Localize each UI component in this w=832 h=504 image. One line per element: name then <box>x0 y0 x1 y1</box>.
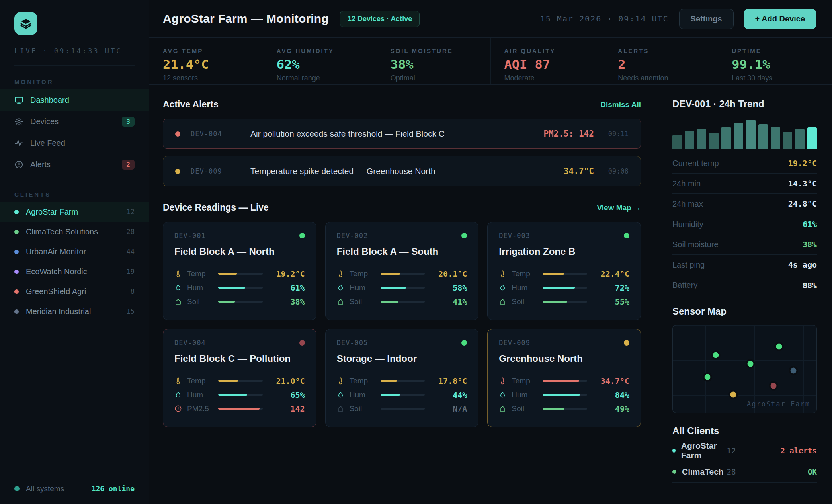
sidebar-item-label: Live Feed <box>30 139 65 148</box>
soil-icon <box>499 298 506 305</box>
device-card-dev-005[interactable]: DEV-005Storage — IndoorTemp17.8°CHum44%S… <box>325 329 479 427</box>
sidebar-client-urbanair-monitor[interactable]: UrbanAir Monitor44 <box>0 242 149 262</box>
device-card-dev-004[interactable]: DEV-004Field Block C — PollutionTemp21.0… <box>163 329 316 427</box>
all-clients-row[interactable]: ClimaTech28OK <box>672 461 817 483</box>
device-card-dev-003[interactable]: DEV-003Irrigation Zone BTemp22.4°CHum72%… <box>487 222 641 320</box>
sidebar: LIVE · 09:14:33 UTC MONITOR DashboardDev… <box>0 0 149 504</box>
all-clients-name-text: ClimaTech <box>682 467 724 477</box>
device-name: Greenhouse North <box>499 353 629 364</box>
reading-value: 20.1°C <box>432 269 467 279</box>
sensor-map-dot[interactable] <box>747 361 753 367</box>
dismiss-all-link[interactable]: Dismiss All <box>600 100 641 109</box>
sidebar-item-badge: 2 <box>122 160 135 170</box>
add-device-button[interactable]: + Add Device <box>744 9 816 29</box>
all-clients-status: OK <box>763 467 817 476</box>
sidebar-item-label: Dashboard <box>30 96 69 105</box>
sensor-map-dot[interactable] <box>730 391 736 397</box>
sidebar-client-climatech-solutions[interactable]: ClimaTech Solutions28 <box>0 222 149 242</box>
sensor-map-dot[interactable] <box>776 343 782 349</box>
stat-label: ALERTS <box>618 47 718 54</box>
system-status-dot <box>14 486 20 491</box>
trend-stat-label: Humidity <box>672 220 703 229</box>
reading-bar-track <box>381 287 425 289</box>
trend-bar <box>685 131 694 149</box>
trend-bar <box>734 123 743 149</box>
stat-value: 2 <box>618 57 718 72</box>
reading-label: Temp <box>187 377 216 385</box>
device-card-dev-009[interactable]: DEV-009Greenhouse NorthTemp34.7°CHum84%S… <box>487 329 641 427</box>
stat-label: AVG TEMP <box>163 47 263 54</box>
all-clients-list: AgroStar Farm122 alertsClimaTech28OK <box>672 440 817 483</box>
device-id: DEV-003 <box>499 232 530 240</box>
reading-value: 58% <box>432 283 467 293</box>
reading-value: 55% <box>594 297 629 307</box>
reading-bar-track <box>381 380 425 382</box>
soil-icon <box>337 298 344 305</box>
client-status-dot <box>14 309 19 314</box>
reading-label: Hum <box>187 283 216 292</box>
sidebar-item-devices[interactable]: Devices3 <box>0 111 149 132</box>
alert-list: DEV-004Air pollution exceeds safe thresh… <box>163 119 641 186</box>
sensor-map-dot[interactable] <box>704 374 710 380</box>
sensor-map-dot[interactable] <box>791 368 797 374</box>
alert-circle-icon <box>174 405 182 412</box>
reading-label: Soil <box>512 297 540 306</box>
sidebar-item-alerts[interactable]: Alerts2 <box>0 154 149 175</box>
device-card-header: DEV-002 <box>337 232 467 240</box>
trend-stat-row: Battery88% <box>672 275 817 295</box>
device-card-dev-001[interactable]: DEV-001Field Block A — NorthTemp19.2°CHu… <box>163 222 316 320</box>
client-name: UrbanAir Monitor <box>26 247 86 256</box>
reading-row-hum: Hum44% <box>337 388 467 402</box>
reading-bar-track <box>218 301 263 303</box>
device-grid: DEV-001Field Block A — NorthTemp19.2°CHu… <box>163 222 641 427</box>
reading-bar-fill <box>543 301 567 303</box>
trend-stat-value: 4s ago <box>788 260 817 270</box>
device-readings-title: Device Readings — Live <box>163 202 269 213</box>
sidebar-item-dashboard[interactable]: Dashboard <box>0 89 149 111</box>
stat-cell-soil-moisture: SOIL MOISTURE38%Optimal <box>377 38 491 84</box>
reading-row-hum: Hum61% <box>174 281 305 295</box>
main-area: AgroStar Farm — Monitoring 12 Devices · … <box>149 0 832 504</box>
live-clock: LIVE · 09:14:33 UTC <box>14 47 135 55</box>
stat-sub: Needs attention <box>618 74 718 82</box>
sidebar-client-ecowatch-nordic[interactable]: EcoWatch Nordic19 <box>0 262 149 281</box>
client-name: AgroStar Farm <box>26 207 78 217</box>
thermometer-icon <box>174 270 182 277</box>
alert-row[interactable]: DEV-004Air pollution exceeds safe thresh… <box>163 119 641 149</box>
reading-label: Temp <box>350 270 378 278</box>
reading-row-temp: Temp19.2°C <box>174 267 305 281</box>
app-logo[interactable] <box>14 12 37 35</box>
stat-cell-avg-temp: AVG TEMP21.4°C12 sensors <box>149 38 263 84</box>
sensor-map-dot[interactable] <box>713 352 719 358</box>
all-clients-row[interactable]: AgroStar Farm122 alerts <box>672 440 817 461</box>
settings-button[interactable]: Settings <box>679 9 734 29</box>
device-card-dev-002[interactable]: DEV-002Field Block A — SouthTemp20.1°CHu… <box>325 222 479 320</box>
sidebar-client-greenshield-agri[interactable]: GreenShield Agri8 <box>0 281 149 301</box>
client-name: ClimaTech Solutions <box>26 227 98 236</box>
alert-value: 34.7°C <box>564 166 594 176</box>
reading-label: Temp <box>187 270 216 278</box>
trend-stat-value: 88% <box>803 281 817 290</box>
sensor-map-dot[interactable] <box>770 383 776 389</box>
thermometer-icon <box>499 377 506 385</box>
alert-message: Temperature spike detected — Greenhouse … <box>250 166 564 176</box>
sensor-map[interactable]: AgroStar Farm <box>672 325 817 413</box>
stat-value: AQI 87 <box>504 57 604 72</box>
client-status-dot <box>14 230 19 234</box>
sidebar-client-agrostar-farm[interactable]: AgroStar Farm12 <box>0 202 149 222</box>
reading-row-temp: Temp17.8°C <box>337 374 467 388</box>
all-clients-count: 12 <box>727 446 763 455</box>
stat-sub: Normal range <box>277 74 377 82</box>
reading-bar-track <box>381 301 425 303</box>
alert-row[interactable]: DEV-009Temperature spike detected — Gree… <box>163 156 641 186</box>
client-menu: AgroStar Farm12ClimaTech Solutions28Urba… <box>0 202 149 321</box>
alert-device-id: DEV-009 <box>191 167 234 175</box>
stat-value: 21.4°C <box>163 57 263 72</box>
reading-bar-fill <box>381 273 400 275</box>
sidebar-client-meridian-industrial[interactable]: Meridian Industrial15 <box>0 301 149 321</box>
view-map-link[interactable]: View Map → <box>597 203 641 212</box>
reading-value: 21.0°C <box>270 376 305 386</box>
trend-stat-row: Humidity61% <box>672 214 817 234</box>
stat-cell-alerts: ALERTS2Needs attention <box>604 38 718 84</box>
sidebar-item-live-feed[interactable]: Live Feed <box>0 132 149 154</box>
